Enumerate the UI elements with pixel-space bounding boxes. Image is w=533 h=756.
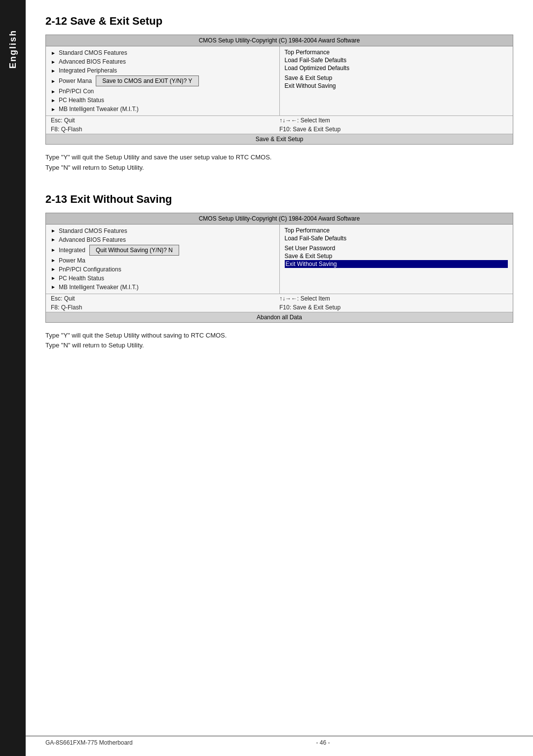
section1-left-label-6: PC Health Status — [59, 97, 104, 104]
arrow-icon: ► — [51, 266, 56, 272]
page-footer-left: GA-8S661FXM-775 Motherboard — [45, 739, 133, 746]
section1-left-row-1: ► Standard CMOS Features — [51, 48, 274, 57]
section1-left-row-2: ► Advanced BIOS Features — [51, 57, 274, 66]
section1-left-label-4: Power Mana — [59, 77, 92, 84]
section2-footer-left-1: Esc: Quit — [51, 295, 279, 302]
section1-title: 2-12 Save & Exit Setup — [45, 15, 513, 28]
section1-left-label-2: Advanced BIOS Features — [59, 58, 126, 65]
section1-left-label-5: PnP/PCI Con — [59, 88, 94, 95]
section1-left-label-3: Integrated Peripherals — [59, 67, 117, 74]
section2-right-5: Set User Password — [285, 244, 508, 252]
section2-bios-box: CMOS Setup Utility-Copyright (C) 1984-20… — [45, 213, 513, 323]
arrow-icon: ► — [51, 237, 56, 242]
arrow-icon: ► — [51, 247, 56, 253]
section2-col-right: Top Performance Load Fail-Safe Defaults … — [280, 225, 513, 294]
section2-status-bar: Abandon all Data — [46, 312, 513, 322]
section1-right-3: Load Optimized Defaults — [285, 64, 508, 72]
sidebar-label: English — [8, 30, 18, 69]
section1-footer-row-2: F8: Q-Flash F10: Save & Exit Setup — [46, 125, 513, 134]
section1-bios-body: ► Standard CMOS Features ► Advanced BIOS… — [46, 46, 513, 115]
section2-left-row-7: ► MB Intelligent Tweaker (M.I.T.) — [51, 283, 274, 292]
section1-left-row-3: ► Integrated Peripherals — [51, 66, 274, 75]
arrow-icon: ► — [51, 59, 56, 65]
section2-right-7: Exit Without Saving — [285, 260, 508, 268]
arrow-icon: ► — [51, 284, 56, 290]
section2-left-row-5: ► PnP/PCI Configurations — [51, 265, 274, 274]
section1-footer-row-1: Esc: Quit ↑↓→←: Select Item — [46, 116, 513, 125]
section2-right-1: Top Performance — [285, 227, 508, 234]
section2-left-row-4: ► Power Ma — [51, 256, 274, 265]
section2-desc-line-1: Type "Y" will quit the Setup Utility wit… — [45, 331, 513, 341]
section1-bios-box: CMOS Setup Utility-Copyright (C) 1984-20… — [45, 35, 513, 145]
section2-left-row-1: ► Standard CMOS Features — [51, 227, 274, 235]
section2-left-label-2: Advanced BIOS Features — [59, 236, 126, 243]
section2-dialog: Quit Without Saving (Y/N)? N — [89, 245, 179, 256]
section2-bios-body: ► Standard CMOS Features ► Advanced BIOS… — [46, 225, 513, 294]
section1-status-bar: Save & Exit Setup — [46, 134, 513, 144]
arrow-icon: ► — [51, 98, 56, 103]
section1-footer-left-2: F8: Q-Flash — [51, 126, 279, 133]
section2-left-row-3: ► Integrated Quit Without Saving (Y/N)? … — [51, 244, 274, 256]
arrow-icon: ► — [51, 107, 56, 112]
section2-footer-left-2: F8: Q-Flash — [51, 304, 279, 311]
section1-footer-left-1: Esc: Quit — [51, 117, 279, 124]
section1-left-row-7: ► MB Intelligent Tweaker (M.I.T.) — [51, 105, 274, 113]
section1-left-row-6: ► PC Health Status — [51, 96, 274, 105]
section2-footer: Esc: Quit ↑↓→←: Select Item F8: Q-Flash … — [46, 294, 513, 322]
section2-description: Type "Y" will quit the Setup Utility wit… — [45, 331, 513, 351]
section2-footer-right-1: ↑↓→←: Select Item — [279, 295, 508, 302]
section1-dialog: Save to CMOS and EXIT (Y/N)? Y — [96, 76, 198, 86]
section2-desc-line-2: Type "N" will return to Setup Utility. — [45, 340, 513, 351]
section1-left-label-7: MB Intelligent Tweaker (M.I.T.) — [59, 106, 139, 113]
section1-footer-right-1: ↑↓→←: Select Item — [279, 117, 508, 124]
page-footer: GA-8S661FXM-775 Motherboard - 46 - — [26, 736, 533, 746]
section1-desc-line-1: Type "Y" will quit the Setup Utility and… — [45, 152, 513, 163]
sidebar: English — [0, 0, 26, 756]
section2-bios-header: CMOS Setup Utility-Copyright (C) 1984-20… — [46, 213, 513, 225]
section2-title: 2-13 Exit Without Saving — [45, 193, 513, 206]
section1-left-label-1: Standard CMOS Features — [59, 49, 127, 56]
section1-desc-line-2: Type "N" will return to Setup Utility. — [45, 163, 513, 173]
section1-description: Type "Y" will quit the Setup Utility and… — [45, 152, 513, 173]
arrow-icon: ► — [51, 68, 56, 74]
section1-left-row-4: ► Power Mana Save to CMOS and EXIT (Y/N)… — [51, 75, 274, 87]
arrow-icon: ► — [51, 78, 56, 84]
section1-right-6: Save & Exit Setup — [285, 74, 508, 82]
section2-left-label-7: MB Intelligent Tweaker (M.I.T.) — [59, 284, 139, 291]
section2-left-row-6: ► PC Health Status — [51, 274, 274, 283]
section2-footer-row-1: Esc: Quit ↑↓→←: Select Item — [46, 294, 513, 303]
page-footer-center: - 46 - — [316, 739, 330, 746]
section1-right-7: Exit Without Saving — [285, 82, 508, 90]
main-content: 2-12 Save & Exit Setup CMOS Setup Utilit… — [26, 0, 533, 390]
section2-left-label-3: Integrated — [59, 247, 85, 254]
section2-left-row-2: ► Advanced BIOS Features — [51, 235, 274, 244]
section1-footer: Esc: Quit ↑↓→←: Select Item F8: Q-Flash … — [46, 115, 513, 144]
section2-left-label-5: PnP/PCI Configurations — [59, 266, 121, 273]
section2-left-label-6: PC Health Status — [59, 275, 104, 282]
section2-footer-right-2: F10: Save & Exit Setup — [279, 304, 508, 311]
section1-footer-right-2: F10: Save & Exit Setup — [279, 126, 508, 133]
section1-left-row-5: ► PnP/PCI Con — [51, 87, 274, 96]
section2-left-label-1: Standard CMOS Features — [59, 227, 127, 234]
section2-right-2: Load Fail-Safe Defaults — [285, 234, 508, 242]
arrow-icon: ► — [51, 228, 56, 233]
section1-right-1: Top Performance — [285, 48, 508, 56]
section2-left-label-4: Power Ma — [59, 257, 85, 264]
section2-footer-row-2: F8: Q-Flash F10: Save & Exit Setup — [46, 303, 513, 312]
section1-col-right: Top Performance Load Fail-Safe Defaults … — [280, 46, 513, 115]
arrow-icon: ► — [51, 89, 56, 94]
section2-right-6: Save & Exit Setup — [285, 252, 508, 260]
section1-col-left: ► Standard CMOS Features ► Advanced BIOS… — [46, 46, 280, 115]
section1-right-2: Load Fail-Safe Defaults — [285, 56, 508, 64]
section1-bios-header: CMOS Setup Utility-Copyright (C) 1984-20… — [46, 35, 513, 46]
arrow-icon: ► — [51, 258, 56, 263]
arrow-icon: ► — [51, 275, 56, 281]
section2-col-left: ► Standard CMOS Features ► Advanced BIOS… — [46, 225, 280, 294]
arrow-icon: ► — [51, 50, 56, 56]
